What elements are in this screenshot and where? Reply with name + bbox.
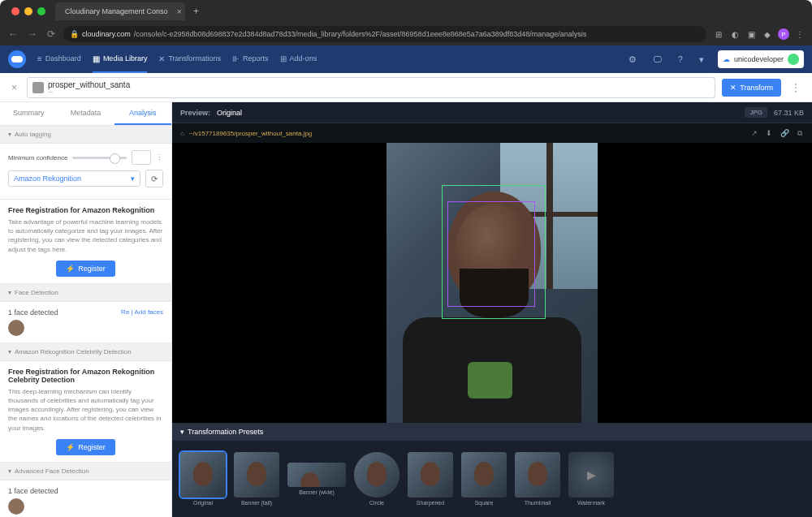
browser-tab[interactable]: Cloudinary Management Conso ×: [55, 2, 185, 20]
preset-label: Square: [475, 500, 494, 506]
register-button[interactable]: ⚡ Register: [56, 439, 115, 455]
presets-header[interactable]: ▾ Transformation Presets: [172, 423, 812, 441]
home-icon[interactable]: ⌂: [180, 130, 184, 137]
gear-icon[interactable]: ⚙: [626, 54, 639, 65]
lock-icon: 🔒: [70, 30, 79, 38]
more-icon[interactable]: ⋮: [156, 153, 163, 162]
nav-icon: ▦: [93, 54, 100, 63]
preset-square[interactable]: Square: [461, 452, 507, 506]
detected-face-thumbnail[interactable]: [8, 320, 24, 336]
url-path: /console/c-e2958db08d698837e2d384d8ad78d…: [134, 30, 586, 38]
section-auto-tagging[interactable]: ▾ Auto tagging: [0, 126, 171, 144]
link-icon[interactable]: 🔗: [779, 129, 791, 137]
preset-banner-tall-[interactable]: Banner (tall): [234, 452, 279, 506]
app-navbar: ≡Dashboard▦Media Library✕Transformations…: [0, 45, 812, 73]
lightning-icon: ⚡: [66, 265, 75, 273]
url-host: cloudinary.com: [82, 30, 131, 38]
preset-thumbnail[interactable]: Thumbnail: [515, 452, 560, 506]
tab-title: Cloudinary Management Conso: [65, 7, 168, 15]
browser-chrome: Cloudinary Management Conso × + ← → ⟳ 🔒 …: [0, 0, 812, 45]
nav-icon: ≡: [37, 54, 42, 63]
file-size: 67.31 KB: [774, 109, 804, 117]
extension-icon[interactable]: ◆: [762, 28, 773, 40]
maximize-window-icon[interactable]: [37, 7, 45, 15]
copy-icon[interactable]: ⧉: [796, 129, 804, 138]
image-stage[interactable]: [172, 143, 812, 423]
open-external-icon[interactable]: ↗: [749, 129, 759, 137]
provider-select[interactable]: Amazon Rekognition ▾: [8, 170, 140, 187]
transform-button[interactable]: ✕ Transform: [722, 79, 781, 97]
refresh-button[interactable]: ⟳: [145, 170, 163, 187]
help-icon[interactable]: ?: [676, 54, 685, 64]
tab-analysis[interactable]: Analysis: [114, 102, 171, 125]
transform-label: Transform: [740, 84, 773, 92]
nav-item-dashboard[interactable]: ≡Dashboard: [37, 45, 81, 73]
section-celebrity-detection[interactable]: ▾ Amazon Rekognition Celebrity Detection: [0, 343, 171, 361]
preset-original[interactable]: Original: [180, 452, 226, 506]
account-switcher[interactable]: ☁ unicodeveloper: [718, 50, 804, 68]
nav-item-transformations[interactable]: ✕Transformations: [158, 45, 221, 73]
extension-icon[interactable]: ⊞: [713, 28, 724, 40]
promo-text: This deep-learning mechanism can identif…: [8, 387, 163, 433]
chevron-down-icon[interactable]: ▾: [697, 54, 706, 65]
preset-label: Banner (wide): [299, 489, 335, 495]
tab-summary[interactable]: Summary: [0, 102, 57, 125]
tab-metadata[interactable]: Metadata: [57, 102, 114, 125]
extension-icon[interactable]: ▣: [745, 28, 757, 40]
preset-banner-wide-[interactable]: Banner (wide): [287, 463, 346, 495]
close-window-icon[interactable]: [11, 7, 19, 15]
preset-circle[interactable]: Circle: [354, 452, 400, 506]
preset-thumbnail: [461, 452, 507, 498]
preset-label: Original: [193, 500, 213, 506]
preset-label: Watermark: [577, 500, 605, 506]
preview-mode: Original: [217, 109, 242, 117]
nav-icon: ⊞: [280, 54, 287, 63]
chevron-down-icon: ▾: [131, 174, 135, 183]
chevron-down-icon: ▾: [8, 131, 11, 138]
cloudinary-logo-icon[interactable]: [8, 50, 26, 68]
account-name: unicodeveloper: [734, 55, 784, 63]
preset-thumbnail: [287, 463, 346, 487]
format-badge: JPG: [745, 107, 767, 118]
preset-thumbnail: [180, 452, 226, 498]
forward-icon[interactable]: →: [26, 28, 39, 40]
section-advanced-face[interactable]: ▾ Advanced Face Detection: [0, 463, 171, 480]
preset-label: Sharpened: [417, 500, 444, 506]
add-faces-link[interactable]: Re | Add faces: [121, 308, 163, 316]
promo-title: Free Registration for Amazon Rekognition…: [8, 368, 163, 384]
extension-icon[interactable]: ◐: [729, 28, 741, 40]
new-tab-button[interactable]: +: [190, 6, 202, 17]
confidence-value-input[interactable]: [132, 150, 151, 165]
minimize-window-icon[interactable]: [24, 7, 32, 15]
nav-item-add-ons[interactable]: ⊞Add-ons: [280, 45, 317, 73]
nav-item-media-library[interactable]: ▦Media Library: [93, 45, 148, 73]
transform-icon: ✕: [730, 84, 736, 92]
back-icon[interactable]: ←: [6, 28, 19, 40]
nav-item-reports[interactable]: ⊪Reports: [232, 45, 269, 73]
preset-watermark[interactable]: ▶Watermark: [568, 452, 614, 506]
asset-name-field[interactable]: prosper_without_santa —: [27, 77, 715, 98]
sidebar-tabs: Summary Metadata Analysis: [0, 102, 171, 126]
confidence-slider[interactable]: [72, 157, 127, 159]
min-confidence-label: Minimum confidence: [8, 154, 67, 162]
asset-thumbnail-icon: [32, 82, 44, 93]
url-bar[interactable]: 🔒 cloudinary.com /console/c-e2958db08d69…: [63, 26, 706, 42]
advanced-face-detection-box: [447, 201, 535, 307]
profile-avatar[interactable]: P: [778, 28, 789, 40]
asset-toolbar: × prosper_without_santa — ✕ Transform ⋮: [0, 73, 812, 102]
register-button[interactable]: ⚡ Register: [56, 261, 115, 277]
section-face-detection[interactable]: ▾ Face Detection: [0, 284, 171, 302]
asset-image: [387, 143, 598, 423]
close-icon[interactable]: ×: [8, 82, 20, 93]
cloud-icon: ☁: [723, 55, 730, 63]
detected-face-thumbnail[interactable]: [8, 498, 24, 515]
download-icon[interactable]: ⬇: [764, 129, 774, 137]
monitor-icon[interactable]: 🖵: [650, 54, 664, 64]
chevron-down-icon: ▾: [8, 348, 11, 355]
close-tab-icon[interactable]: ×: [177, 6, 182, 16]
more-options-icon[interactable]: ⋮: [788, 82, 804, 93]
preset-sharpened[interactable]: Sharpened: [408, 452, 453, 506]
menu-icon[interactable]: ⋮: [794, 28, 806, 40]
reload-icon[interactable]: ⟳: [45, 28, 57, 40]
window-controls[interactable]: [6, 7, 50, 15]
